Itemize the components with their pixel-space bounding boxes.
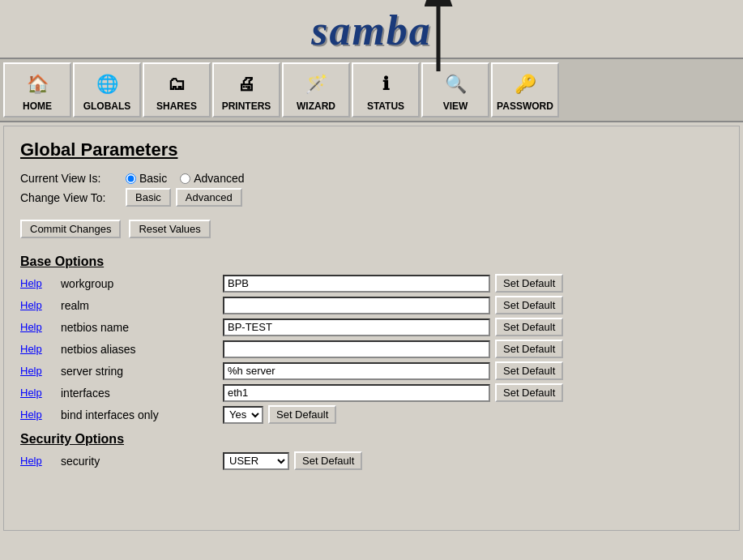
param-row: Helpbind interfaces onlyYesNoSet Default [20,405,723,424]
reset-values-button[interactable]: Reset Values [129,220,210,238]
change-view-buttons: Basic Advanced [126,188,242,207]
help-link[interactable]: Help [20,455,61,467]
param-name-label: security [61,455,223,468]
nav-item-globals[interactable]: 🌐GLOBALS [73,62,141,118]
change-view-label: Change View To: [20,191,126,204]
set-default-button[interactable]: Set Default [495,383,563,402]
param-row: HelpworkgroupSet Default [20,274,723,293]
set-default-button[interactable]: Set Default [495,361,563,380]
nav-label: SHARES [156,100,197,112]
logo-arrow-icon [422,0,455,79]
current-view-row: Current View Is: Basic Advanced [20,172,723,185]
header: samba [0,0,743,58]
shares-icon: 🗂 [162,70,191,99]
param-name-label: realm [61,299,223,312]
nav-label: GLOBALS [83,100,131,112]
set-default-button[interactable]: Set Default [294,451,362,470]
radio-basic[interactable] [126,173,136,184]
logo-container: samba [311,6,432,54]
section-0: Base OptionsHelpworkgroupSet DefaultHelp… [20,254,723,424]
help-link[interactable]: Help [20,321,61,333]
param-row: HelpsecurityUSERSHARESERVERDOMAINADSSet … [20,451,723,470]
param-name-label: server string [61,365,223,378]
param-name-label: bind interfaces only [61,408,223,421]
home-icon: 🏠 [23,70,52,99]
set-default-button[interactable]: Set Default [495,296,563,314]
nav-label: VIEW [443,100,468,112]
advanced-view-button[interactable]: Advanced [176,188,242,207]
set-default-button[interactable]: Set Default [495,318,563,336]
navbar: 🏠HOME🌐GLOBALS🗂SHARES🖨PRINTERS🪄WIZARDℹSTA… [0,58,743,122]
nav-item-status[interactable]: ℹSTATUS [352,62,420,118]
param-input-netbios-name[interactable] [223,318,490,336]
nav-label: WIZARD [297,100,335,112]
sections-container: Base OptionsHelpworkgroupSet DefaultHelp… [20,254,723,470]
password-icon: 🔑 [510,70,540,99]
set-default-button[interactable]: Set Default [268,405,336,424]
section-title-0: Base Options [20,254,723,269]
param-name-label: interfaces [61,387,223,400]
nav-item-printers[interactable]: 🖨PRINTERS [212,62,280,118]
param-input-workgroup[interactable] [223,275,490,293]
current-view-label: Current View Is: [20,172,126,185]
param-input-interfaces[interactable] [223,384,490,402]
view-radio-group: Basic Advanced [126,172,245,185]
param-row: Helpserver stringSet Default [20,361,723,380]
param-select-security[interactable]: USERSHARESERVERDOMAINADS [223,452,289,470]
param-name-label: netbios aliases [61,343,223,356]
globals-icon: 🌐 [92,70,122,99]
set-default-button[interactable]: Set Default [495,340,563,358]
param-input-netbios-aliases[interactable] [223,340,490,358]
param-row: Helpnetbios nameSet Default [20,318,723,336]
help-link[interactable]: Help [20,299,61,311]
nav-item-wizard[interactable]: 🪄WIZARD [282,62,350,118]
nav-label: HOME [23,100,52,112]
logo-text: samba [311,7,432,53]
help-link[interactable]: Help [20,387,61,399]
radio-basic-text: Basic [139,172,167,185]
param-name-label: netbios name [61,321,223,334]
set-default-button[interactable]: Set Default [495,274,563,293]
section-1: Security OptionsHelpsecurityUSERSHARESER… [20,432,723,470]
action-row: Commit Changes Reset Values [20,220,723,238]
param-row: HelprealmSet Default [20,296,723,314]
main-content: Global Parameters Current View Is: Basic… [3,126,740,531]
nav-label: STATUS [367,100,404,112]
help-link[interactable]: Help [20,408,61,421]
param-select-bind-interfaces-only[interactable]: YesNo [223,406,263,424]
page-title: Global Parameters [20,139,723,160]
radio-advanced[interactable] [180,173,190,184]
status-icon: ℹ [371,70,400,99]
wizard-icon: 🪄 [301,70,331,99]
help-link[interactable]: Help [20,277,61,289]
param-row: Helpnetbios aliasesSet Default [20,340,723,358]
nav-item-password[interactable]: 🔑PASSWORD [491,62,559,118]
change-view-row: Change View To: Basic Advanced [20,188,723,207]
printers-icon: 🖨 [232,70,261,99]
param-row: HelpinterfacesSet Default [20,383,723,402]
help-link[interactable]: Help [20,365,61,377]
nav-label: PASSWORD [497,100,553,112]
radio-advanced-label: Advanced [180,172,244,185]
help-link[interactable]: Help [20,343,61,355]
nav-item-shares[interactable]: 🗂SHARES [143,62,211,118]
basic-view-button[interactable]: Basic [126,188,171,207]
section-title-1: Security Options [20,432,723,447]
param-name-label: workgroup [61,277,223,290]
nav-item-home[interactable]: 🏠HOME [3,62,71,118]
radio-advanced-text: Advanced [194,172,244,185]
radio-basic-label: Basic [126,172,167,185]
nav-label: PRINTERS [222,100,271,112]
param-input-server-string[interactable] [223,362,490,380]
commit-changes-button[interactable]: Commit Changes [20,220,121,238]
param-input-realm[interactable] [223,297,490,314]
